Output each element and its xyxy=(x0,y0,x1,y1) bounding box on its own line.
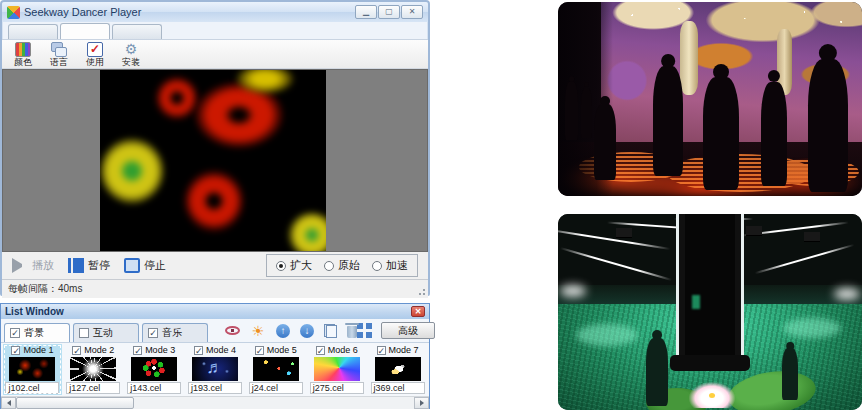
list-tab[interactable]: 音乐 xyxy=(142,323,208,342)
transport-label: 暂停 xyxy=(88,258,110,273)
app-icon xyxy=(7,6,20,19)
transport-button[interactable]: 暂停 xyxy=(68,258,110,273)
mode-thumbnail[interactable] xyxy=(9,357,55,382)
delete-icon[interactable] xyxy=(347,326,357,338)
advanced-button[interactable]: 高级 xyxy=(381,322,435,339)
checkbox-icon[interactable] xyxy=(316,346,325,355)
checkbox-icon[interactable] xyxy=(10,328,20,338)
list-window-title: List Window xyxy=(5,306,64,317)
radio-label: 扩大 xyxy=(290,258,312,273)
toolbar-button[interactable]: 使用 xyxy=(82,42,108,67)
player-titlebar[interactable]: Seekway Dancer Player ▁ ▢ ✕ xyxy=(2,2,428,22)
frame-interval-status: 每帧间隔：40ms xyxy=(8,282,82,296)
mode-item[interactable]: Mode 2 j127.cel xyxy=(64,344,123,395)
playback-controls: 播放 暂停 停止 扩大 原始 加速 xyxy=(2,252,428,279)
checkbox-icon[interactable] xyxy=(133,346,142,355)
wall-light-glow xyxy=(834,288,860,300)
mode-thumbnail[interactable] xyxy=(314,357,360,382)
list-window-titlebar[interactable]: List Window ✕ xyxy=(1,304,429,319)
checkbox-icon[interactable] xyxy=(148,328,158,338)
resize-grip[interactable] xyxy=(417,287,426,296)
toolbar-button-label: 使用 xyxy=(86,57,104,67)
radio-icon xyxy=(324,261,334,271)
mode-label: Mode 4 xyxy=(206,345,236,355)
mode-thumbnail[interactable] xyxy=(70,357,116,382)
person-silhouette xyxy=(700,64,742,190)
projector xyxy=(616,228,632,237)
view-mode-radio[interactable]: 原始 xyxy=(324,258,360,273)
checkbox-icon[interactable] xyxy=(72,346,81,355)
checkbox-icon[interactable] xyxy=(255,346,264,355)
toolbar-button[interactable]: 语言 xyxy=(46,42,72,67)
transport-button[interactable]: 播放 xyxy=(12,258,54,273)
toolbar-button-label: 语言 xyxy=(50,57,68,67)
check-icon xyxy=(87,42,103,57)
list-close-button[interactable]: ✕ xyxy=(411,306,425,317)
checkbox-icon[interactable] xyxy=(194,346,203,355)
upload-icon[interactable] xyxy=(276,324,290,338)
person-silhouette xyxy=(592,96,618,180)
mode-thumbnail[interactable] xyxy=(375,357,421,382)
copy-icon[interactable] xyxy=(324,324,337,338)
toolbar-button-label: 安装 xyxy=(122,57,140,67)
player-tab[interactable] xyxy=(112,24,162,39)
brightness-icon[interactable] xyxy=(250,323,266,338)
checkbox-icon[interactable] xyxy=(79,328,89,338)
list-toolbar-right: 高级 xyxy=(357,322,435,339)
mode-item[interactable]: Mode 3 j143.cel xyxy=(125,344,184,395)
palette-icon xyxy=(15,42,31,57)
mode-label: Mode 1 xyxy=(23,345,53,355)
mode-item[interactable]: Mode 4 j193.cel xyxy=(186,344,245,395)
radio-icon xyxy=(276,261,286,271)
view-mode-radio[interactable]: 扩大 xyxy=(276,258,312,273)
mode-list: Mode 1 j102.cel Mode 2 j127.cel Mode 3 j… xyxy=(1,343,429,396)
yellow-green-swirl xyxy=(100,138,164,204)
list-tab[interactable]: 互动 xyxy=(73,323,139,342)
photo-green-interactive-floor-room xyxy=(558,214,862,410)
player-tab[interactable] xyxy=(8,24,58,39)
person-silhouette xyxy=(804,44,852,192)
scroll-right-arrow[interactable] xyxy=(414,397,429,409)
player-tab[interactable] xyxy=(60,23,110,39)
scrollbar-thumb[interactable] xyxy=(16,397,134,409)
view-mode-radio[interactable]: 加速 xyxy=(372,258,408,273)
minimize-button[interactable]: ▁ xyxy=(355,5,377,19)
radio-icon xyxy=(372,261,382,271)
scroll-left-arrow[interactable] xyxy=(1,397,16,409)
mode-item[interactable]: Mode 7 j369.cel xyxy=(368,344,427,395)
mode-thumbnail[interactable] xyxy=(192,357,238,382)
close-button[interactable]: ✕ xyxy=(401,5,423,19)
list-tab-label: 互动 xyxy=(93,326,113,340)
transport-label: 停止 xyxy=(144,258,166,273)
mode-filename: j127.cel xyxy=(66,382,120,394)
checkbox-icon[interactable] xyxy=(377,346,386,355)
wall-light-glow xyxy=(560,285,586,297)
list-toolbar: 背景 互动 音乐 高级 xyxy=(1,319,429,343)
transport-button[interactable]: 停止 xyxy=(124,258,166,273)
view-icon[interactable] xyxy=(225,326,240,335)
toolbar-button[interactable]: 安装 xyxy=(118,42,144,67)
maximize-button[interactable]: ▢ xyxy=(378,5,400,19)
gear-icon xyxy=(123,42,139,57)
lotus-flower xyxy=(689,382,735,408)
horizontal-scrollbar[interactable] xyxy=(1,396,429,409)
central-pillar-led-strips xyxy=(676,214,744,359)
mode-thumbnail[interactable] xyxy=(253,357,299,382)
animation-canvas[interactable] xyxy=(100,70,326,251)
download-icon[interactable] xyxy=(300,324,314,338)
list-tab-label: 背景 xyxy=(24,326,44,340)
mode-item[interactable]: Mode 1 j102.cel xyxy=(3,344,62,395)
mode-item[interactable]: Mode 5 j24.cel xyxy=(246,344,305,395)
mode-item[interactable]: Mode 6 j275.cel xyxy=(307,344,366,395)
yellow-swirl-corner xyxy=(288,212,326,251)
speech-icon xyxy=(51,42,67,57)
toolbar-button[interactable]: 颜色 xyxy=(10,42,36,67)
mode-thumbnail[interactable] xyxy=(131,357,177,382)
list-window: List Window ✕ 背景 互动 音乐 高级 xyxy=(0,303,430,409)
list-tool-icons xyxy=(225,323,357,338)
checkbox-icon[interactable] xyxy=(11,346,20,355)
pillar-base xyxy=(670,355,750,371)
status-bar: 每帧间隔：40ms xyxy=(2,279,428,298)
floor-light-patch xyxy=(783,318,841,338)
list-tab[interactable]: 背景 xyxy=(4,323,70,342)
